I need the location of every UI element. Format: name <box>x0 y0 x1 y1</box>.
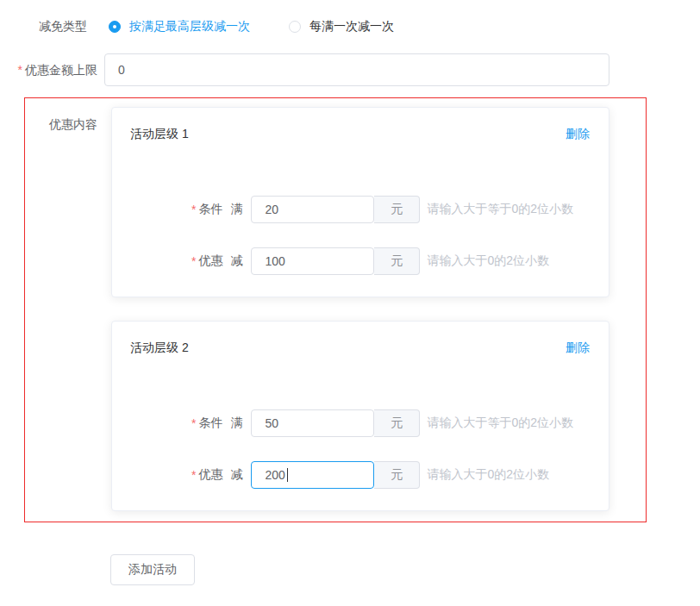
add-activity-button[interactable]: 添加活动 <box>110 554 195 585</box>
row-prefix: 减 <box>230 253 242 269</box>
tier-title: 活动层级 1 <box>130 127 189 142</box>
delete-tier-button[interactable]: 删除 <box>566 340 590 356</box>
discount-amount-input[interactable] <box>251 247 374 275</box>
discount-content-section: 优惠内容 活动层级 1 删除 * 条件 满 元 请输入大于等于0的2位小数 * … <box>24 97 647 522</box>
radio-option-every-time[interactable]: 每满一次减一次 <box>289 19 394 34</box>
row-prefix: 满 <box>230 202 242 217</box>
unit-append-label: 元 <box>374 461 420 489</box>
max-discount-label-text: 优惠金额上限 <box>25 63 97 77</box>
tier-header: 活动层级 2 删除 <box>112 322 609 356</box>
tier-title: 活动层级 2 <box>130 340 189 356</box>
row-label: 条件 <box>198 202 222 217</box>
radio-option-label: 每满一次减一次 <box>309 19 394 34</box>
input-hint: 请输入大于0的2位小数 <box>427 467 549 483</box>
row-prefix: 减 <box>230 467 242 483</box>
required-asterisk: * <box>191 203 196 216</box>
reduction-type-label: 减免类型 <box>0 19 87 34</box>
max-discount-input[interactable] <box>104 53 609 86</box>
condition-row: * 条件 满 元 请输入大于等于0的2位小数 <box>112 196 609 223</box>
input-hint: 请输入大于等于0的2位小数 <box>427 415 573 431</box>
max-discount-label: *优惠金额上限 <box>0 63 97 78</box>
radio-selected-icon <box>109 21 121 33</box>
tier-header: 活动层级 1 删除 <box>112 108 609 142</box>
text-caret <box>287 468 288 482</box>
condition-amount-input[interactable] <box>251 409 374 437</box>
amount-input-group: 元 <box>251 196 420 223</box>
discount-row: * 优惠 减 元 请输入大于0的2位小数 <box>112 247 609 275</box>
row-prefix: 满 <box>230 415 242 431</box>
required-asterisk: * <box>191 416 196 430</box>
discount-amount-input-focused[interactable] <box>251 461 374 489</box>
required-asterisk: * <box>191 468 196 482</box>
row-label: 优惠 <box>198 253 222 269</box>
required-asterisk: * <box>18 63 22 77</box>
unit-append-label: 元 <box>374 196 420 223</box>
required-asterisk: * <box>191 254 196 268</box>
discount-content-label: 优惠内容 <box>25 117 97 133</box>
discount-row: * 优惠 减 元 请输入大于0的2位小数 <box>112 461 609 489</box>
delete-tier-button[interactable]: 删除 <box>566 127 590 142</box>
input-hint: 请输入大于0的2位小数 <box>427 253 549 269</box>
unit-append-label: 元 <box>374 409 420 437</box>
amount-input-group: 元 <box>251 461 420 489</box>
reduction-type-row: 减免类型 按满足最高层级减一次 每满一次减一次 <box>0 17 394 36</box>
radio-unselected-icon <box>289 21 301 33</box>
amount-input-group: 元 <box>251 409 420 437</box>
radio-option-label: 按满足最高层级减一次 <box>129 19 250 34</box>
row-label: 条件 <box>198 415 222 431</box>
input-hint: 请输入大于等于0的2位小数 <box>427 202 573 217</box>
condition-row: * 条件 满 元 请输入大于等于0的2位小数 <box>112 409 609 437</box>
unit-append-label: 元 <box>374 247 420 275</box>
tier-card-2: 活动层级 2 删除 * 条件 满 元 请输入大于等于0的2位小数 * 优惠 减 <box>111 321 609 511</box>
amount-input-group: 元 <box>251 247 420 275</box>
row-label: 优惠 <box>198 467 222 483</box>
condition-amount-input[interactable] <box>251 196 374 223</box>
promotion-form: 减免类型 按满足最高层级减一次 每满一次减一次 *优惠金额上限 优惠内容 活动层… <box>0 0 700 606</box>
radio-option-highest-tier[interactable]: 按满足最高层级减一次 <box>109 19 250 34</box>
tier-card-1: 活动层级 1 删除 * 条件 满 元 请输入大于等于0的2位小数 * 优惠 减 <box>111 107 609 297</box>
